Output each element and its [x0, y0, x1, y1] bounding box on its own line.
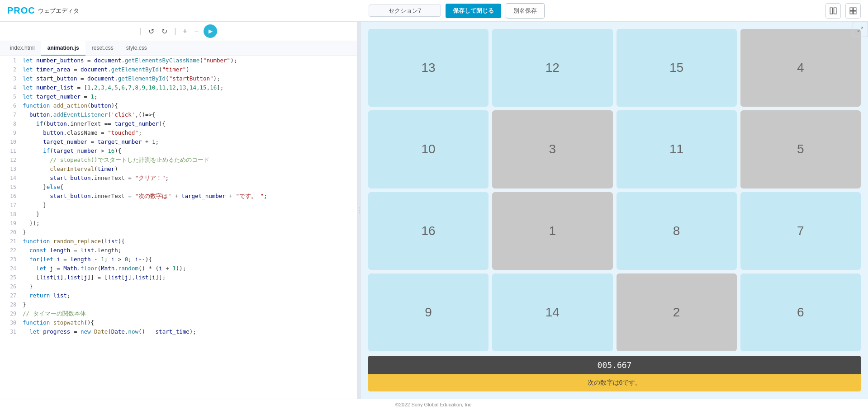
code-line-7: 7 button.addEventListener('click',()=>{	[0, 110, 357, 119]
code-line-31: 31 let progress = new Date(Date.now() - …	[0, 327, 357, 336]
undo-button[interactable]: ↺	[146, 26, 157, 37]
line-content: return list;	[23, 291, 70, 300]
tab-index-html[interactable]: index.html	[4, 41, 41, 56]
pane-resizer[interactable]: ⋮	[357, 22, 361, 399]
code-line-14: 14 start_button.innerText = "クリア！";	[0, 174, 357, 183]
line-content: let timer_area = document.getElementById…	[23, 65, 190, 74]
zoom-out-button[interactable]: −	[192, 26, 201, 36]
code-line-21: 21function random_replace(list){	[0, 237, 357, 246]
number-button-5[interactable]: 5	[740, 110, 861, 188]
line-number: 10	[4, 138, 16, 146]
line-number: 18	[4, 210, 16, 218]
number-button-14[interactable]: 14	[492, 273, 612, 351]
svg-line-6	[861, 27, 863, 29]
tab-reset-css[interactable]: reset.css	[85, 41, 120, 56]
save-as-button[interactable]: 別名保存	[506, 3, 545, 19]
line-content: });	[23, 219, 40, 228]
expand-button[interactable]	[853, 22, 868, 37]
line-number: 31	[4, 328, 16, 336]
code-line-5: 5let target_number = 1;	[0, 92, 357, 101]
logo-text: ウェブエディタ	[38, 7, 79, 15]
line-number: 12	[4, 156, 16, 164]
code-line-16: 16 start_button.innerText = "次の数字は" + ta…	[0, 192, 357, 201]
line-number: 16	[4, 192, 16, 200]
code-line-27: 27 return list;	[0, 291, 357, 300]
number-button-7[interactable]: 7	[740, 192, 861, 270]
line-number: 14	[4, 174, 16, 182]
code-line-12: 12 // stopwatch()でスタートした計測を止めるためのコード	[0, 156, 357, 165]
number-grid: 13121541031151618791426	[368, 29, 861, 356]
tab-animation-js[interactable]: animation.js	[41, 41, 85, 56]
line-content: function add_action(button){	[23, 101, 118, 110]
line-number: 26	[4, 283, 16, 291]
number-button-10[interactable]: 10	[368, 110, 489, 188]
line-number: 8	[4, 120, 16, 128]
number-button-4[interactable]: 4	[740, 29, 861, 107]
number-button-16[interactable]: 16	[368, 192, 489, 270]
section-input[interactable]	[369, 5, 441, 17]
editor-tabs: index.html animation.js reset.css style.…	[0, 41, 357, 56]
line-number: 22	[4, 246, 16, 254]
number-button-3[interactable]: 3	[492, 110, 612, 188]
line-content: }else{	[23, 183, 63, 192]
code-editor[interactable]: 1let number_buttons = document.getElemen…	[0, 56, 357, 399]
editor-pane: | ↺ ↻ | + − ▶ index.html animation.js re…	[0, 22, 357, 399]
line-number: 17	[4, 201, 16, 209]
number-button-13[interactable]: 13	[368, 29, 489, 107]
svg-rect-1	[834, 8, 836, 14]
logo-proc: PROC	[7, 5, 35, 16]
code-line-19: 19 });	[0, 219, 357, 228]
code-line-10: 10 target_number = target_number + 1;	[0, 137, 357, 146]
line-number: 15	[4, 183, 16, 191]
timer-display: 005.667	[368, 356, 861, 374]
book-icon-button[interactable]	[825, 3, 841, 19]
tab-style-css[interactable]: style.css	[120, 41, 153, 56]
line-content: clearInterval(timer)	[23, 165, 118, 174]
line-content: let number_list = [1,2,3,4,5,6,7,8,9,10,…	[23, 83, 223, 92]
code-line-20: 20}	[0, 228, 357, 237]
line-number: 28	[4, 301, 16, 309]
code-line-11: 11 if(target_number > 16){	[0, 146, 357, 156]
code-line-17: 17 }	[0, 201, 357, 210]
status-bar[interactable]: 次の数字は6です。	[368, 374, 861, 391]
svg-rect-2	[850, 8, 853, 10]
number-button-11[interactable]: 11	[617, 110, 737, 188]
code-line-28: 28}	[0, 300, 357, 309]
number-button-2[interactable]: 2	[617, 273, 737, 351]
line-content: let progress = new Date(Date.now() - sta…	[23, 327, 196, 336]
line-number: 4	[4, 84, 16, 92]
save-close-button[interactable]: 保存して閉じる	[446, 4, 501, 18]
line-number: 29	[4, 310, 16, 318]
header-icons	[825, 3, 861, 19]
line-content: let start_button = document.getElementBy…	[23, 74, 220, 83]
svg-rect-4	[850, 11, 853, 14]
line-content: function stopwatch(){	[23, 318, 94, 327]
number-button-1[interactable]: 1	[492, 192, 612, 270]
code-line-2: 2let timer_area = document.getElementByI…	[0, 65, 357, 74]
line-content: if(button.innerText == target_number){	[23, 119, 166, 128]
layout-icon-button[interactable]	[845, 3, 861, 19]
number-button-9[interactable]: 9	[368, 273, 489, 351]
redo-button[interactable]: ↻	[159, 26, 170, 37]
svg-rect-3	[854, 8, 856, 10]
code-line-26: 26 }	[0, 282, 357, 291]
number-button-12[interactable]: 12	[492, 29, 612, 107]
line-content: }	[23, 228, 26, 237]
number-button-15[interactable]: 15	[617, 29, 737, 107]
line-content: function random_replace(list){	[23, 237, 125, 246]
header: PROC ウェブエディタ 保存して閉じる 別名保存	[0, 0, 868, 22]
line-content: let number_buttons = document.getElement…	[23, 56, 237, 65]
code-line-3: 3let start_button = document.getElementB…	[0, 74, 357, 83]
line-content: let j = Math.floor(Math.random() * (i + …	[23, 264, 186, 273]
line-number: 1	[4, 57, 16, 65]
play-button[interactable]: ▶	[204, 24, 217, 38]
line-content: start_button.innerText = "次の数字は" + targe…	[23, 192, 267, 201]
zoom-in-button[interactable]: +	[180, 26, 189, 36]
number-button-6[interactable]: 6	[740, 273, 861, 351]
line-number: 27	[4, 292, 16, 300]
main-area: | ↺ ↻ | + − ▶ index.html animation.js re…	[0, 22, 868, 399]
logo: PROC ウェブエディタ	[7, 5, 79, 16]
line-content: // タイマーの関数本体	[23, 309, 86, 318]
line-number: 24	[4, 264, 16, 273]
number-button-8[interactable]: 8	[617, 192, 737, 270]
